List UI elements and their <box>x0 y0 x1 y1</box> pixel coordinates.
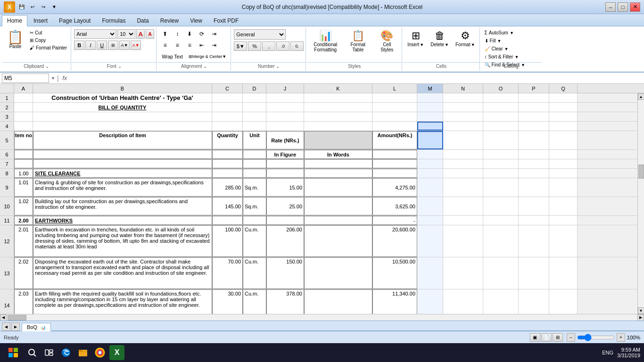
font-color-button[interactable]: A▼ <box>131 41 141 50</box>
cell-b13[interactable]: Disposing the excavated earth out of the… <box>33 257 212 289</box>
grid-scroll-area[interactable]: 1 Construction of 'Urban Health Centre' … <box>0 93 637 314</box>
cell-p1[interactable] <box>519 93 549 102</box>
formula-input[interactable] <box>71 74 642 83</box>
sort-filter-button[interactable]: ↕ Sort & Filter ▼ <box>483 53 540 60</box>
cell-n4[interactable] <box>443 122 483 131</box>
normal-view-button[interactable]: ▣ <box>530 333 540 342</box>
col-header-c[interactable]: C <box>212 84 243 93</box>
cell-m8[interactable] <box>417 169 443 178</box>
cell-k9[interactable] <box>304 178 372 197</box>
cell-n14[interactable] <box>443 289 483 314</box>
cell-c6[interactable] <box>212 150 243 159</box>
increase-decimal-button[interactable]: .0 <box>276 41 289 51</box>
font-name-select[interactable]: Arial <box>74 29 116 39</box>
name-box-dropdown[interactable]: ▼ <box>51 76 55 81</box>
cell-o9[interactable] <box>483 178 519 197</box>
cell-d3[interactable] <box>243 112 266 121</box>
zoom-out-button[interactable]: – <box>567 333 575 342</box>
name-box[interactable]: M5 <box>2 74 49 83</box>
cell-a3[interactable] <box>14 112 33 121</box>
cell-l2[interactable] <box>372 103 417 112</box>
col-header-j[interactable]: J <box>266 84 304 93</box>
font-expand-icon[interactable]: ⌄ <box>118 64 122 69</box>
cell-j14[interactable]: 378.00 <box>266 289 304 314</box>
cell-q6[interactable] <box>549 150 578 159</box>
cell-c10[interactable]: 145.00 <box>212 197 243 215</box>
cell-b10[interactable]: Building lay out for construction as per… <box>33 197 212 215</box>
format-as-table-button[interactable]: 📋 Format Table <box>344 28 372 54</box>
cell-q12[interactable] <box>549 225 578 257</box>
taskbar-file-explorer[interactable] <box>75 345 91 360</box>
cell-c3[interactable] <box>212 112 243 121</box>
cell-l6[interactable] <box>372 150 417 159</box>
cell-j7[interactable] <box>266 159 304 168</box>
cell-m11[interactable] <box>417 216 443 225</box>
col-header-p[interactable]: P <box>519 84 549 93</box>
format-cells-button[interactable]: ⚙ Format ▼ <box>453 28 478 49</box>
row-header-10[interactable]: 10 <box>0 197 14 215</box>
cell-d1[interactable] <box>243 93 266 102</box>
cell-a10[interactable]: 1.02 <box>14 197 33 215</box>
cell-j5[interactable]: Rate (NRs.) <box>266 131 304 149</box>
cell-m6[interactable] <box>417 150 443 159</box>
cell-b1[interactable]: Construction of 'Urban Health Centre' - … <box>33 93 212 102</box>
col-header-o[interactable]: O <box>483 84 519 93</box>
decrease-indent-button[interactable]: ⇤ <box>196 41 207 50</box>
cell-q10[interactable] <box>549 197 578 215</box>
cell-q2[interactable] <box>549 103 578 112</box>
taskbar-search[interactable] <box>25 345 40 360</box>
cell-p5[interactable] <box>519 131 549 149</box>
cell-m14[interactable] <box>417 289 443 314</box>
start-button[interactable] <box>4 345 23 360</box>
cell-d7[interactable] <box>243 159 266 168</box>
cell-n7[interactable] <box>443 159 483 168</box>
cell-a9[interactable]: 1.01 <box>14 178 33 197</box>
col-header-b[interactable]: B <box>33 84 212 93</box>
cell-a8[interactable]: 1.00 <box>14 169 33 178</box>
cell-p9[interactable] <box>519 178 549 197</box>
redo-button[interactable]: ↪ <box>39 3 48 11</box>
merge-center-button[interactable]: ⊞ Merge & Center ▼ <box>186 52 229 61</box>
cell-k11[interactable] <box>304 216 372 225</box>
delete-dropdown-icon[interactable]: ▼ <box>445 42 449 47</box>
cell-p4[interactable] <box>519 122 549 131</box>
cell-k8[interactable] <box>304 169 372 178</box>
cell-k2[interactable] <box>304 103 372 112</box>
cell-l7[interactable] <box>372 159 417 168</box>
cell-a12[interactable]: 2.01 <box>14 225 33 257</box>
cell-k7[interactable] <box>304 159 372 168</box>
cell-c8[interactable] <box>212 169 243 178</box>
cell-a14[interactable]: 2.03 <box>14 289 33 314</box>
cell-o2[interactable] <box>483 103 519 112</box>
wrap-text-button[interactable]: Wrap Text <box>159 52 185 61</box>
cell-a6[interactable] <box>14 150 33 159</box>
cell-a5[interactable]: Item no. <box>14 131 33 149</box>
cell-d12[interactable]: Cu.m. <box>243 225 266 257</box>
decrease-decimal-button[interactable]: 0. <box>290 41 304 51</box>
row-header-12[interactable]: 12 <box>0 225 14 257</box>
cell-p11[interactable] <box>519 216 549 225</box>
cell-p12[interactable] <box>519 225 549 257</box>
row-header-4[interactable]: 4 <box>0 122 14 131</box>
cell-d11[interactable] <box>243 216 266 225</box>
cell-b8[interactable]: SITE CLEARANCE <box>33 169 212 178</box>
cell-k5[interactable] <box>304 131 372 149</box>
cell-j8[interactable] <box>266 169 304 178</box>
autosum-button[interactable]: Σ AutoSum ▼ <box>483 29 540 36</box>
underline-button[interactable]: U <box>97 41 107 50</box>
cell-c2[interactable] <box>212 103 243 112</box>
cell-d8[interactable] <box>243 169 266 178</box>
cell-k14[interactable] <box>304 289 372 314</box>
align-middle-button[interactable]: ↕ <box>172 29 183 39</box>
cell-k13[interactable] <box>304 257 372 289</box>
decrease-font-size-button[interactable]: A <box>146 29 154 39</box>
row-header-9[interactable]: 9 <box>0 178 14 197</box>
cell-q5[interactable] <box>549 131 578 149</box>
cell-q9[interactable] <box>549 178 578 197</box>
cell-m9[interactable] <box>417 178 443 197</box>
cell-c5[interactable]: Quantity <box>212 131 243 149</box>
sheet-tab-left-arrow[interactable]: ◀ <box>2 322 10 331</box>
tab-formulas[interactable]: Formulas <box>97 15 131 26</box>
cell-k4[interactable] <box>304 122 372 131</box>
cell-n3[interactable] <box>443 112 483 121</box>
